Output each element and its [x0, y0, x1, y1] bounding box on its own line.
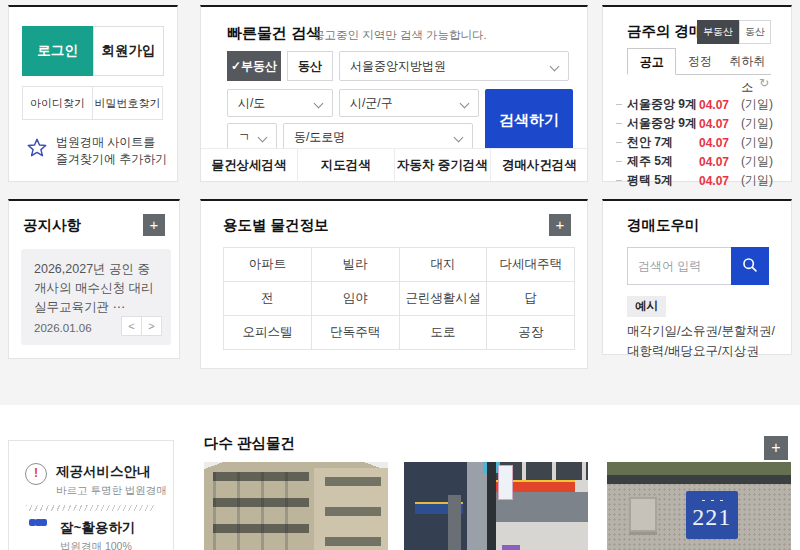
- dong-select[interactable]: 동/도로명: [283, 123, 473, 151]
- property-photo-1[interactable]: [204, 462, 388, 550]
- schedule-tab-bar: 공고 정정 취하취소: [627, 48, 771, 75]
- wall-cap: [607, 475, 791, 484]
- property-photo-3[interactable]: 221: [607, 462, 791, 550]
- exclamation-icon: !: [25, 463, 47, 485]
- helper-title: 경매도우미: [627, 216, 700, 235]
- schedule-item[interactable]: 평택 5계 04.07 (기일): [627, 171, 773, 190]
- auction-schedule-panel: 금주의 경매일정 부동산 동산 공고 정정 취하취소 ↻ 서울중앙 9계 04.…: [602, 5, 792, 182]
- dash-mark: [616, 180, 622, 181]
- notice-item-text: 2026,2027년 공인 중개사의 매수신청 대리 실무교육기관 ⋯: [34, 260, 158, 317]
- usage-title: 용도별 물건정보: [223, 216, 329, 235]
- purple-sign: [502, 545, 520, 550]
- schedule-date: 04.07: [699, 174, 735, 188]
- usage-grid: 아파트 빌라 대지 다세대주택 전 임야 근린생활시설 답 오피스텔 단독주택 …: [223, 247, 575, 350]
- tab-correction[interactable]: 정정: [676, 48, 723, 74]
- usage-cell-villa[interactable]: 빌라: [312, 248, 400, 282]
- interest-more-button[interactable]: +: [764, 436, 788, 460]
- helper-search-input[interactable]: [627, 247, 731, 285]
- usage-cell-land[interactable]: 대지: [400, 248, 488, 282]
- add-favorite-link[interactable]: 법원경매 사이트를 즐겨찾기에 추가하기: [26, 134, 167, 168]
- building-facade: [213, 472, 309, 550]
- good-use-link[interactable]: 잘~활용하기 법원경매 100%: [25, 519, 135, 550]
- helper-search-button[interactable]: [731, 247, 769, 285]
- usage-info-panel: 용도별 물건정보 + 아파트 빌라 대지 다세대주택 전 임야 근린생활시설 답…: [200, 199, 588, 369]
- schedule-badge-movable[interactable]: 동산: [739, 20, 771, 44]
- good-use-subtitle: 법원경매 100%: [60, 540, 135, 550]
- usage-cell-officetel[interactable]: 오피스텔: [224, 316, 312, 350]
- consonant-select[interactable]: ㄱ: [227, 123, 277, 151]
- address-plate: 221: [686, 491, 738, 539]
- schedule-item[interactable]: 서울중앙 9계 04.07 (기일): [627, 114, 773, 133]
- type-movable-button[interactable]: 동산: [287, 51, 333, 81]
- check-icon: ✓: [231, 59, 241, 73]
- login-button-row: 로그인 회원가입: [22, 26, 164, 76]
- find-id-button[interactable]: 아이디찾기: [22, 86, 93, 120]
- plate-small-text: [699, 499, 725, 502]
- stone-pillar: [448, 495, 461, 550]
- schedule-item[interactable]: 천안 7계 04.07 (기일): [627, 133, 773, 152]
- refresh-icon[interactable]: ↻: [759, 77, 769, 89]
- usage-more-button[interactable]: +: [549, 214, 571, 236]
- tab-announcement[interactable]: 공고: [627, 48, 676, 75]
- schedule-item[interactable]: 서울중앙 9계 04.07 (기일): [627, 95, 773, 114]
- tab-map-search[interactable]: 지도검색: [297, 149, 394, 181]
- login-button[interactable]: 로그인: [22, 26, 93, 76]
- usage-cell-forest[interactable]: 임야: [312, 282, 400, 316]
- schedule-item[interactable]: 제주 5계 04.07 (기일): [627, 152, 773, 171]
- schedule-date: 04.07: [699, 98, 735, 112]
- schedule-label: (기일): [735, 172, 773, 189]
- tab-detail-search[interactable]: 물건상세검색: [201, 149, 297, 181]
- stone-relief: [629, 497, 657, 532]
- tab-cancellation[interactable]: 취하취소: [724, 48, 771, 74]
- vertical-sign: [498, 465, 513, 500]
- schedule-date: 04.07: [699, 136, 735, 150]
- type-real-estate-button[interactable]: ✓부동산: [227, 51, 281, 81]
- dash-mark: [616, 104, 622, 105]
- usage-cell-multiplex[interactable]: 다세대주택: [487, 248, 575, 282]
- service-guide-card: ! 제공서비스안내 바르고 투명한 법원경매 잘~활용하기 법원경매 100%: [8, 440, 174, 550]
- schedule-court: 천안 7계: [627, 134, 699, 151]
- sigungu-select[interactable]: 시/군/구: [339, 89, 479, 117]
- usage-cell-apartment[interactable]: 아파트: [224, 248, 312, 282]
- usage-cell-road[interactable]: 도로: [400, 316, 488, 350]
- usage-cell-paddy[interactable]: 답: [487, 282, 575, 316]
- usage-cell-field[interactable]: 전: [224, 282, 312, 316]
- schedule-label: (기일): [735, 134, 773, 151]
- signup-button[interactable]: 회원가입: [93, 26, 164, 76]
- court-select[interactable]: 서울중앙지방법원: [339, 51, 569, 81]
- service-guide-link[interactable]: ! 제공서비스안내 바르고 투명한 법원경매: [25, 463, 167, 498]
- schedule-type-toggle: 부동산 동산: [697, 20, 771, 44]
- notice-title: 공지사항: [23, 216, 81, 235]
- usage-cell-commercial[interactable]: 근린생활시설: [400, 282, 488, 316]
- next-arrow-button[interactable]: >: [141, 316, 162, 336]
- example-terms: 매각기일/소유권/분할채권/ 대항력/배당요구/지상권: [627, 321, 775, 361]
- dash-mark: [616, 161, 622, 162]
- plus-icon: +: [771, 439, 780, 456]
- notice-more-button[interactable]: +: [143, 214, 165, 236]
- login-panel: 로그인 회원가입 아이디찾기 비밀번호찾기 법원경매 사이트를 즐겨찾기에 추가…: [8, 5, 178, 182]
- example-badge: 예시: [627, 296, 666, 317]
- usage-cell-factory[interactable]: 공장: [487, 316, 575, 350]
- plus-icon: +: [150, 216, 159, 233]
- tab-case-search[interactable]: 경매사건검색: [490, 149, 587, 181]
- search-button[interactable]: 검색하기: [485, 89, 573, 151]
- quick-search-row-1: ✓부동산 동산 서울중앙지방법원: [227, 51, 569, 81]
- schedule-court: 제주 5계: [627, 153, 699, 170]
- interest-section-title: 다수 관심물건: [204, 434, 295, 453]
- find-password-button[interactable]: 비밀번호찾기: [92, 86, 163, 120]
- quick-search-subtitle: 공고중인 지역만 검색 가능합니다.: [313, 28, 487, 43]
- utility-pole: [487, 462, 496, 550]
- quick-search-title: 빠른물건 검색: [227, 24, 321, 43]
- notice-card[interactable]: 2026,2027년 공인 중개사의 매수신청 대리 실무교육기관 ⋯ 2026…: [21, 249, 171, 345]
- search-tab-bar: 물건상세검색 지도검색 자동차 중기검색 경매사건검색: [201, 148, 587, 181]
- property-photo-2[interactable]: [404, 462, 588, 550]
- schedule-badge-real-estate[interactable]: 부동산: [697, 20, 739, 44]
- court-auction-main-page: 로그인 회원가입 아이디찾기 비밀번호찾기 법원경매 사이트를 즐겨찾기에 추가…: [0, 0, 800, 550]
- schedule-court: 평택 5계: [627, 172, 699, 189]
- auction-helper-panel: 경매도우미 예시 매각기일/소유권/분할채권/ 대항력/배당요구/지상권: [602, 199, 792, 355]
- usage-cell-house[interactable]: 단독주택: [312, 316, 400, 350]
- plus-icon: +: [556, 216, 565, 233]
- tab-car-search[interactable]: 자동차 중기검색: [394, 149, 491, 181]
- sido-select[interactable]: 시/도: [227, 89, 333, 117]
- prev-arrow-button[interactable]: <: [121, 316, 142, 336]
